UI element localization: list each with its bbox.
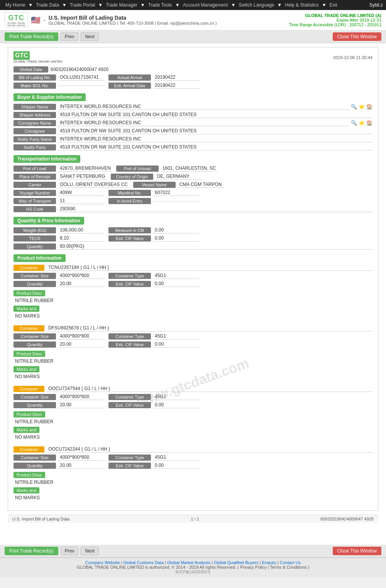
vessel-name-row: Vessel Name CMA CGM TARPON — [133, 181, 224, 188]
search-icon-shipper[interactable]: 🔍 — [351, 104, 357, 110]
next-button-bottom[interactable]: Next — [81, 547, 99, 555]
container-3-type-row: Container Type 45G1 — [108, 394, 200, 400]
master-bol-field: Mater BOL No. — [14, 82, 105, 89]
way-transport-row: Way of Transport 11 — [14, 198, 105, 204]
container-4-cif-label: Esti. CIF Value — [108, 463, 151, 469]
flag-icon: 🇺🇸 — [31, 15, 41, 25]
container-3-desc-section: Product Desc NITRILE RUBBER Marks and NO… — [14, 410, 372, 441]
container-3-marks-label: Marks and — [14, 427, 39, 433]
nav-trade-portal[interactable]: Trade Portal — [68, 2, 98, 8]
container-4-type-row: Container Type 45G1 — [108, 454, 200, 461]
product-item-1: Container TCNU2357184 ( G1 / L / HH ) Co… — [14, 264, 372, 319]
print-button-bottom[interactable]: Print Trade Record(s) — [5, 547, 58, 555]
notify-party-name-value: INTERTEX WORLD RESOURCES INC — [58, 136, 372, 142]
star-icon-consignee[interactable]: ⭐ — [359, 120, 365, 126]
container-1-value: TCNU2357184 ( G1 / L / HH ) — [47, 264, 372, 271]
container-4-size-row: Container Size 4000*900*800 — [14, 454, 105, 461]
page-header: GTC GLOBAL TRADE ONLINE LIMITED 🇺🇸 - U.S… — [0, 10, 386, 30]
consignee-name-row: Consignee Name INTERTEX WORLD RESOURCES … — [14, 120, 372, 126]
measure-label: Measure in CM — [108, 227, 151, 233]
prev-button-bottom[interactable]: Prev — [61, 547, 79, 555]
container-4-qty-row: Quantity 20.00 — [14, 462, 105, 469]
container-2-desc-section: Product Desc NITRILE RUBBER Marks and NO… — [14, 349, 372, 380]
container-3-qty-value: 20.00 — [58, 402, 105, 408]
container-2-marks-label: Marks and — [14, 366, 39, 372]
container-2-cif-label: Esti. CIF Value — [108, 341, 151, 348]
footer-link-customs[interactable]: Global Customs Data — [124, 560, 164, 565]
carrier-row: Carrier OOLU, ORIENT OVERSEAS CC — [14, 181, 129, 188]
user-name: Sybil.z — [369, 2, 383, 8]
master-bol-value — [58, 85, 105, 86]
record-card: GTC GLOBAL TRADE ONLINE LIMITED 2019-12-… — [8, 47, 378, 511]
nav-trade-data[interactable]: Trade Data — [34, 2, 61, 8]
prev-button-top[interactable]: Prev — [61, 32, 79, 41]
expire-date: Expire After 2019-12-31 — [289, 18, 381, 22]
footer-link-enquiry[interactable]: Enquiry — [262, 560, 276, 565]
search-icon-consignee[interactable]: 🔍 — [351, 120, 357, 126]
footer-link-buyers[interactable]: Global Qualified Buyers — [214, 560, 259, 565]
container-4-desc-section: Product Desc NITRILE RUBBER Marks and NO… — [14, 470, 372, 501]
nav-account[interactable]: Account Management — [181, 2, 230, 8]
container-1-qty-label: Quantity — [14, 281, 56, 287]
nav-home[interactable]: My Home — [3, 2, 27, 8]
esti-arrival-value: 20190422 — [153, 82, 200, 89]
port-unload-value: 1601, CHARLESTON, SC — [161, 165, 218, 172]
top-toolbar: Print Trade Record(s) Prev Next Close Th… — [0, 30, 386, 43]
actual-arrival-label: Actual Arrival — [108, 74, 151, 81]
port-load-value: 42870, BREMERHAVEN — [58, 165, 112, 172]
next-button-top[interactable]: Next — [81, 32, 99, 41]
container-3-size-row: Container Size 4000*900*800 — [14, 394, 105, 400]
vessel-name-label: Vessel Name — [133, 182, 176, 188]
consignee-label: Consignee — [14, 128, 56, 134]
nav-trade-tools[interactable]: Trade Tools — [146, 2, 174, 8]
container-3-qty-row: Quantity 20.00 — [14, 402, 105, 408]
nav-language[interactable]: Switch Language — [236, 2, 276, 8]
container-1-size-label: Container Size — [14, 273, 56, 279]
footer-link-market[interactable]: Global Market Analysis — [167, 560, 210, 565]
esti-cif-label: Esti. CIF Value — [108, 235, 151, 242]
card-header: GTC GLOBAL TRADE ONLINE LIMITED 2019-12-… — [14, 51, 372, 63]
inbond-value — [153, 200, 200, 201]
container-2-type-label: Container Type — [108, 333, 151, 340]
copyright: GLOBAL TRADE ONLINE LIMITED is authorize… — [5, 565, 381, 569]
footer-link-contact[interactable]: Contact Us — [280, 560, 301, 565]
container-1-cif-row: Esti. CIF Value 0.00 — [108, 280, 200, 287]
container-2-row: Container DFSU6925678 ( G1 / L / HH ) — [14, 325, 372, 331]
time-range: Time Range Accessible (LDR) : 200712 - 2… — [289, 22, 381, 27]
close-button-top[interactable]: Close This Window — [333, 32, 381, 41]
product-item-4: Container OOCU7242244 ( G1 / L / HH ) Co… — [14, 446, 372, 501]
nav-exit[interactable]: Exit — [327, 2, 340, 8]
shipper-address-value: 4518 FULTON DR NW SUITE 101 CANTON OH UN… — [58, 112, 372, 118]
container-2-desc-value: NITRILE RUBBER — [14, 358, 372, 365]
company-info: GLOBAL TRADE ONLINE LIMITED ( Tel: 400-7… — [49, 21, 217, 25]
container-2-size-label: Container Size — [14, 333, 56, 340]
nav-help[interactable]: Help & Statistics — [283, 2, 321, 8]
country-origin-value: DE, GERMANY — [156, 173, 202, 180]
container-4-marks-label: Marks and — [14, 487, 39, 493]
shipper-address-label: Shipper Address — [14, 112, 56, 118]
footer-links: Company Website | Global Customs Data | … — [5, 560, 381, 565]
star-icon-shipper[interactable]: ⭐ — [359, 104, 365, 110]
container-1-label: Container — [14, 265, 44, 271]
transport-inbond-row: Way of Transport 11 In-bond Entry — [14, 198, 372, 206]
container-2-qty-label: Quantity — [14, 341, 56, 348]
receipt-origin-row: Place of Receipt SANKT PETERBURG Country… — [14, 173, 372, 181]
container-3-cif-label: Esti. CIF Value — [108, 402, 151, 408]
home-icon-consignee[interactable]: 🏠 — [366, 120, 372, 126]
global-data-label: Global Data — [14, 66, 48, 73]
print-button-top[interactable]: Print Trade Record(s) — [5, 32, 58, 41]
container-2-qty-value: 20.00 — [58, 341, 105, 348]
bol-label: Bill of Lading No. — [14, 74, 56, 81]
place-receipt-row: Place of Receipt SANKT PETERBURG — [14, 173, 107, 180]
teus-cif-row: TEUS 8.10 Esti. CIF Value 0.00 — [14, 235, 372, 243]
notify-party-label: Notify Party — [14, 144, 56, 150]
container-3-desc-label: Product Desc — [14, 411, 45, 417]
way-transport-value: 11 — [58, 198, 105, 204]
header-title-area: U.S. Import Bill of Lading Data GLOBAL T… — [49, 15, 217, 25]
close-button-bottom[interactable]: Close This Window — [333, 547, 381, 555]
container-1-type-row: Container Type 45G1 — [108, 272, 200, 279]
home-icon-shipper[interactable]: 🏠 — [366, 104, 372, 110]
nav-trade-manager[interactable]: Trade Manager — [103, 2, 140, 8]
footer-link-company[interactable]: Company Website — [85, 560, 120, 565]
container-2-qty-row: Quantity 20.00 — [14, 341, 105, 348]
